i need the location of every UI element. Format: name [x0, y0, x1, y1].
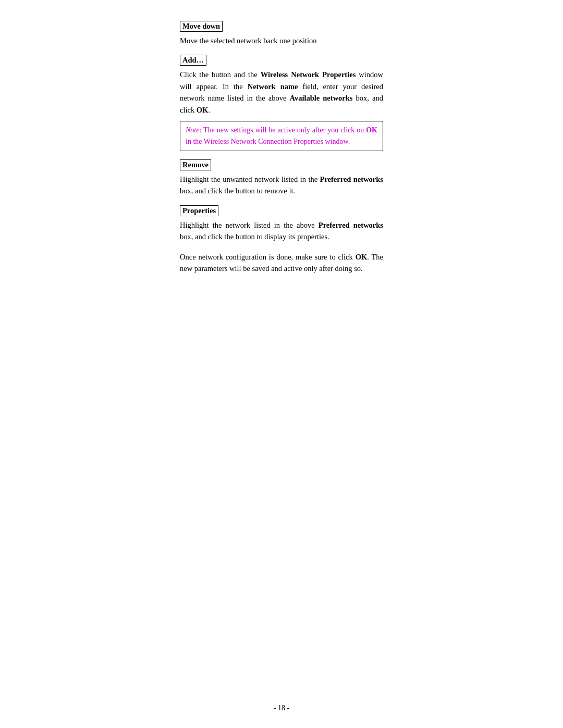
properties-heading: Properties — [180, 205, 218, 216]
move-down-section: Move down Move the selected network back… — [180, 21, 383, 46]
remove-text-part2: box, and click the button to remove it. — [180, 187, 295, 195]
add-text: Click the button and the Wireless Networ… — [180, 69, 383, 116]
remove-section: Remove Highlight the unwanted network li… — [180, 159, 383, 197]
properties-text: Highlight the network listed in the abov… — [180, 219, 383, 243]
properties-text-part1: Highlight the network listed in the abov… — [180, 221, 319, 229]
note-text-part1: : The new settings will be active only a… — [199, 126, 366, 134]
add-bold-properties: Properties — [322, 70, 356, 79]
add-text-part6: . — [208, 106, 210, 114]
page-container: Move down Move the selected network back… — [0, 0, 563, 728]
add-heading: Add… — [180, 55, 206, 66]
closing-section: Once network configuration is done, make… — [180, 251, 383, 275]
closing-text: Once network configuration is done, make… — [180, 251, 383, 275]
closing-text-part1: Once network configuration is done, make… — [180, 253, 356, 261]
remove-text-part1: Highlight the unwanted network listed in… — [180, 175, 320, 183]
properties-text-part2: box, and click the button to display its… — [180, 232, 329, 241]
properties-bold-preferred: Preferred networks — [319, 221, 383, 229]
note-box: Note: The new settings will be active on… — [180, 121, 383, 151]
note-text-part2: in the Wireless Network Connection Prope… — [186, 138, 350, 145]
note-label: Note — [186, 126, 199, 134]
add-bold-network-name: Network name — [248, 82, 298, 91]
note-bold-ok: OK — [366, 126, 377, 134]
content-area: Move down Move the selected network back… — [180, 16, 383, 275]
add-section: Add… Click the button and the Wireless N… — [180, 55, 383, 151]
remove-heading: Remove — [180, 159, 211, 170]
page-number: - 18 - — [274, 704, 289, 712]
move-down-heading: Move down — [180, 21, 223, 32]
page-footer: - 18 - — [0, 704, 563, 712]
remove-bold-preferred: Preferred networks — [320, 175, 383, 183]
add-bold-wireless: Wireless Network — [261, 70, 320, 79]
add-bold-ok1: OK — [197, 106, 209, 114]
add-bold-available: Available networks — [289, 94, 352, 102]
closing-bold-ok: OK — [356, 253, 368, 261]
add-text-part1: Click the button and the — [180, 70, 261, 79]
move-down-text: Move the selected network back one posit… — [180, 35, 383, 46]
remove-text: Highlight the unwanted network listed in… — [180, 174, 383, 197]
properties-section: Properties Highlight the network listed … — [180, 205, 383, 243]
